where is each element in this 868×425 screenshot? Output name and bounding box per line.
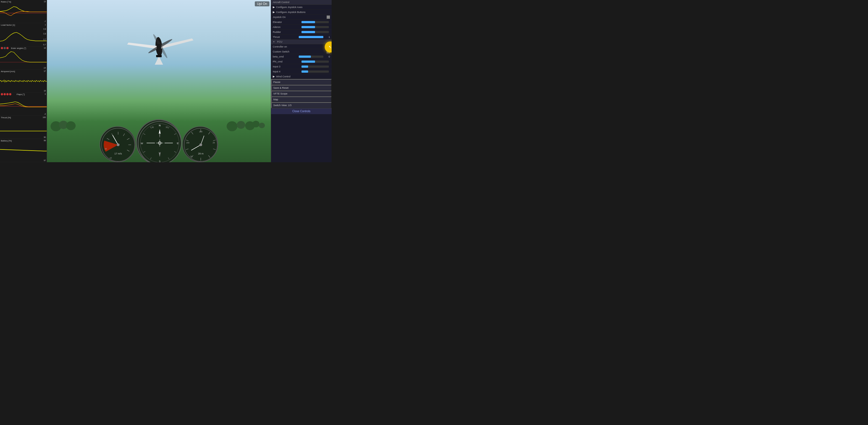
- thrust-value: 1: [324, 36, 330, 38]
- ctrl-dot-1: [1, 47, 3, 49]
- airspeed-label: Airspeed [m/s]: [1, 70, 15, 73]
- rates-chart: Rates [°/s] 13 -7: [0, 0, 47, 23]
- joystick-buttons-arrow: ▶: [273, 10, 275, 13]
- thrust-slider[interactable]: [299, 36, 323, 38]
- svg-point-31: [259, 123, 265, 128]
- svg-point-24: [66, 121, 76, 130]
- save-reset-button[interactable]: Save & Reset: [271, 85, 332, 91]
- aileron-row: Aileron: [271, 25, 332, 30]
- fcu-label: FCU: [277, 40, 282, 43]
- svg-point-41: [117, 144, 120, 146]
- vfte-scope-button[interactable]: VFTE Scope: [271, 91, 332, 96]
- phi-cmd-slider[interactable]: [302, 61, 329, 63]
- beta-cmd-slider[interactable]: [299, 56, 323, 58]
- svg-rect-2: [0, 23, 47, 46]
- input4-label: Input 4: [273, 70, 300, 73]
- svg-text:150: 150: [186, 142, 190, 144]
- joystick-buttons-label: Configure Joystick Buttons: [276, 11, 330, 13]
- battery-value-top: 99: [44, 140, 46, 142]
- euler-value-bottom: -13: [43, 67, 46, 69]
- rudder-label: Rudder: [273, 31, 300, 33]
- altitude-gauge: 200 150 25 75 28 m: [182, 126, 218, 162]
- phi-cmd-row: Phi_cmd: [271, 59, 332, 64]
- telemetry-panel: Rates [°/s] 13 -7 Load factor [1] 1 0.7 …: [0, 0, 47, 162]
- flaps-chart: Flaps [°] 0 -2: [0, 93, 47, 116]
- elevator-label: Elevator: [273, 21, 300, 24]
- input3-row: Input 3: [271, 64, 332, 69]
- wind-control-arrow: ▶: [273, 75, 275, 78]
- joystick-axes-label: Configure Joystick Axes: [276, 6, 330, 8]
- elevator-slider[interactable]: [302, 21, 329, 23]
- flaps-ctrl-3: [6, 93, 8, 95]
- custom-switch-label: Custom Switch: [273, 50, 326, 53]
- battery-value-bottom: 97: [44, 159, 46, 161]
- wind-control-row[interactable]: ▶ Wind Control: [271, 74, 332, 79]
- joystick-axes-arrow: ▶: [273, 5, 275, 8]
- input4-fill: [302, 70, 308, 73]
- svg-text:30: 30: [152, 126, 154, 128]
- airspeed-gauge: 17 m/s 20 10: [100, 126, 136, 162]
- controller-on-row: Controller on ↖: [271, 44, 332, 49]
- flaps-value-bottom: -2: [44, 113, 46, 115]
- wind-control-label: Wind Control: [276, 75, 330, 78]
- rudder-row: Rudder: [271, 30, 332, 34]
- svg-text:25: 25: [213, 142, 215, 144]
- flaps-value-top: 0: [45, 93, 46, 95]
- rates-value-bottom: -7: [44, 21, 46, 22]
- load-factor-value-top: 1: [45, 24, 46, 26]
- thrust-row: Thrust 1: [271, 34, 332, 39]
- svg-text:E: E: [177, 142, 179, 145]
- svg-text:28 m: 28 m: [198, 152, 204, 155]
- phi-cmd-fill: [302, 61, 315, 63]
- cursor-pointer-icon: ↖: [329, 45, 332, 49]
- thrust-fill: [299, 36, 323, 38]
- input4-slider[interactable]: [302, 70, 329, 73]
- controls-panel: Aircraft Control ▶ Configure Joystick Ax…: [271, 0, 332, 162]
- flaps-ctrl-2: [4, 93, 6, 95]
- elevator-row: Elevator: [271, 20, 332, 25]
- close-controls-button[interactable]: Close Controls: [271, 108, 332, 114]
- svg-marker-15: [127, 42, 159, 49]
- fcu-header: ▼ FCU: [271, 39, 332, 44]
- beta-cmd-fill: [299, 56, 311, 58]
- airspeed-value-top: 17: [44, 70, 46, 72]
- thrust-label: Thrust: [273, 36, 298, 38]
- input4-row: Input 4: [271, 69, 332, 74]
- svg-marker-17: [155, 56, 163, 65]
- map-button[interactable]: Map: [271, 96, 332, 102]
- svg-text:200: 200: [199, 131, 203, 133]
- rudder-slider[interactable]: [302, 31, 329, 33]
- airspeed-value-bottom: 15: [44, 90, 46, 92]
- load-factor-value-bottom: 0.7: [43, 44, 46, 45]
- svg-rect-11: [0, 116, 47, 139]
- svg-point-89: [199, 144, 202, 146]
- svg-text:W: W: [141, 142, 143, 145]
- airspeed-chart: Airspeed [m/s] 17 15: [0, 70, 47, 93]
- input3-slider[interactable]: [302, 65, 329, 68]
- rates-label: Rates [°/s]: [1, 1, 11, 3]
- svg-point-27: [226, 121, 237, 131]
- configure-joystick-buttons-row[interactable]: ▶ Configure Joystick Buttons: [271, 10, 332, 14]
- load-factor-label: Load factor [1]: [1, 24, 15, 26]
- flaps-ctrl-4: [9, 93, 11, 95]
- beta-cmd-row: beta_cmd 0: [271, 54, 332, 59]
- joystick-on-checkbox[interactable]: [327, 16, 330, 19]
- load-factor-chart: Load factor [1] 1 0.7 0.9 0.8 0.7: [0, 23, 47, 47]
- thrust-label: Thrust [%]: [1, 116, 11, 119]
- input3-fill: [302, 65, 308, 68]
- svg-text:0.8: 0.8: [43, 33, 46, 35]
- switch-view-button[interactable]: Switch View: 1/3: [271, 102, 332, 108]
- custom-switch-row: Custom Switch: [271, 49, 332, 54]
- flaps-controls: [1, 93, 11, 95]
- drone-visual: [112, 16, 206, 77]
- battery-chart: Battery [%] 99 97: [0, 139, 47, 162]
- joystick-on-label: Joystick On: [273, 16, 326, 19]
- svg-rect-6: [0, 47, 47, 69]
- svg-text:10: 10: [110, 157, 112, 159]
- aileron-slider[interactable]: [302, 26, 329, 28]
- rates-value-top: 13: [44, 1, 46, 2]
- aircraft-control-header: Aircraft Control: [271, 0, 332, 5]
- compass-attitude-gauge: N S W E 30 33: [136, 119, 182, 162]
- configure-joystick-axes-row[interactable]: ▶ Configure Joystick Axes: [271, 5, 332, 10]
- pause-button[interactable]: Pause: [271, 79, 332, 85]
